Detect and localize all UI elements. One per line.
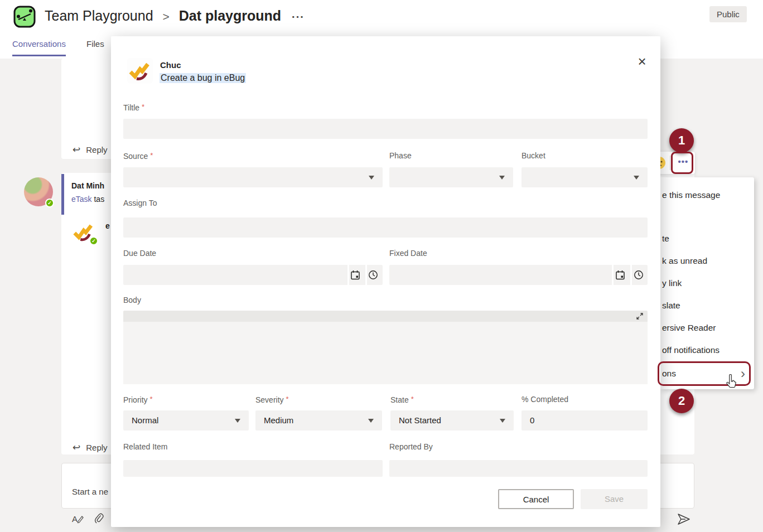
cursor-hand-icon bbox=[724, 374, 738, 391]
cancel-button[interactable]: Cancel bbox=[498, 489, 574, 509]
send-icon[interactable] bbox=[677, 513, 690, 525]
teams-app: Team Playground > Dat playground ··· Pub… bbox=[0, 0, 763, 532]
reply-link[interactable]: ↩Reply bbox=[73, 442, 108, 453]
message-context-menu: e this message te k as unread y link sla… bbox=[660, 177, 754, 389]
breadcrumb-separator: > bbox=[163, 10, 170, 23]
etask-card-title-fragment: e bbox=[105, 221, 110, 230]
channel-header: Team Playground > Dat playground ··· Pub… bbox=[0, 0, 763, 33]
team-logo-icon bbox=[13, 6, 36, 28]
reply-icon: ↩ bbox=[73, 144, 80, 155]
percent-completed-input[interactable]: 0 bbox=[521, 410, 648, 431]
svg-text:A: A bbox=[72, 514, 78, 524]
menu-item-delete-fragment[interactable]: te bbox=[660, 228, 754, 250]
body-toolbar bbox=[123, 311, 648, 322]
message-text: eTask tas bbox=[71, 195, 104, 204]
calendar-icon[interactable] bbox=[350, 270, 360, 280]
source-dropdown[interactable] bbox=[123, 167, 383, 187]
calendar-icon[interactable] bbox=[615, 270, 625, 280]
bucket-label: Bucket bbox=[521, 151, 545, 160]
assign-to-input[interactable] bbox=[123, 217, 648, 238]
menu-item-hidden[interactable] bbox=[660, 206, 754, 229]
percent-completed-label: % Completed bbox=[521, 395, 568, 404]
menu-item-save-message-fragment[interactable]: e this message bbox=[660, 184, 754, 206]
clock-icon[interactable] bbox=[634, 270, 644, 280]
etask-link[interactable]: eTask bbox=[71, 195, 92, 204]
close-icon[interactable]: × bbox=[634, 53, 650, 70]
presence-check-icon: ✓ bbox=[89, 236, 98, 245]
title-input[interactable] bbox=[123, 119, 648, 139]
menu-item-immersive-reader-fragment[interactable]: ersive Reader bbox=[660, 317, 754, 339]
annotation-step-2: 2 bbox=[669, 389, 694, 413]
annotation-box-more-options bbox=[671, 152, 693, 174]
dropdown-caret-icon bbox=[235, 419, 240, 423]
menu-item-mark-unread-fragment[interactable]: k as unread bbox=[660, 250, 754, 272]
body-label: Body bbox=[123, 296, 141, 304]
etask-app-icon bbox=[127, 58, 153, 84]
dropdown-caret-icon bbox=[634, 176, 639, 180]
expand-icon[interactable] bbox=[636, 313, 643, 320]
dropdown-caret-icon bbox=[368, 419, 374, 423]
assign-to-label: Assign To bbox=[123, 199, 157, 207]
dropdown-caret-icon bbox=[500, 419, 505, 423]
create-bug-dialog: × Chuc Create a bug in eBug Tiltle* Sour… bbox=[111, 36, 660, 527]
body-textarea[interactable] bbox=[123, 322, 648, 384]
breadcrumb: Team Playground > Dat playground ··· bbox=[45, 8, 305, 24]
breadcrumb-team[interactable]: Team Playground bbox=[45, 8, 153, 23]
tab-files[interactable]: Files bbox=[86, 39, 104, 49]
title-label: Tiltle* bbox=[123, 103, 144, 112]
phase-dropdown[interactable] bbox=[389, 167, 513, 187]
etask-card-icon: ✓ bbox=[71, 220, 96, 244]
compose-placeholder: Start a ne bbox=[72, 487, 108, 496]
attach-icon[interactable] bbox=[94, 513, 105, 525]
state-dropdown[interactable]: Not Started bbox=[390, 410, 514, 431]
dropdown-caret-icon bbox=[499, 176, 505, 180]
unread-indicator bbox=[61, 174, 64, 215]
due-date-input[interactable] bbox=[123, 265, 383, 285]
priority-label: Priority* bbox=[123, 395, 153, 404]
dialog-title: Create a bug in eBug bbox=[160, 73, 246, 83]
message-author[interactable]: Dat Minh bbox=[71, 181, 104, 190]
clock-icon[interactable] bbox=[368, 270, 378, 280]
presence-check-icon: ✓ bbox=[45, 199, 54, 207]
source-label: Source* bbox=[123, 151, 153, 161]
avatar[interactable]: ✓ bbox=[24, 177, 53, 206]
fixed-date-input[interactable] bbox=[389, 265, 648, 285]
related-item-label: Related Item bbox=[123, 442, 167, 451]
bucket-dropdown[interactable] bbox=[521, 167, 648, 187]
tab-conversations[interactable]: Conversations bbox=[12, 39, 66, 49]
reply-icon: ↩ bbox=[73, 442, 80, 453]
menu-item-copy-link-fragment[interactable]: y link bbox=[660, 272, 754, 294]
state-label: State* bbox=[390, 395, 414, 404]
channel-more-icon[interactable]: ··· bbox=[292, 11, 305, 23]
breadcrumb-channel[interactable]: Dat playground bbox=[179, 8, 281, 23]
privacy-badge: Public bbox=[709, 6, 747, 22]
priority-dropdown[interactable]: Normal bbox=[123, 410, 249, 431]
fixed-date-label: Fixed Date bbox=[389, 249, 427, 258]
reply-link[interactable]: ↩Reply bbox=[73, 144, 108, 156]
format-icon[interactable]: A bbox=[71, 513, 84, 525]
due-date-label: Due Date bbox=[123, 249, 156, 258]
dialog-app-name: Chuc bbox=[160, 60, 181, 70]
annotation-step-1: 1 bbox=[669, 128, 694, 153]
related-item-input[interactable] bbox=[123, 460, 383, 477]
severity-label: Severity* bbox=[255, 395, 289, 404]
reported-by-label: Reported By bbox=[389, 442, 433, 451]
severity-dropdown[interactable]: Medium bbox=[255, 410, 382, 431]
save-button[interactable]: Save bbox=[581, 489, 648, 509]
dropdown-caret-icon bbox=[369, 176, 374, 180]
menu-item-translate-fragment[interactable]: slate bbox=[660, 294, 754, 317]
phase-label: Phase bbox=[389, 151, 412, 160]
reported-by-input[interactable] bbox=[389, 460, 648, 477]
menu-item-turn-off-notifications-fragment[interactable]: off notifications bbox=[660, 339, 754, 361]
toolbar-divider bbox=[670, 156, 670, 170]
